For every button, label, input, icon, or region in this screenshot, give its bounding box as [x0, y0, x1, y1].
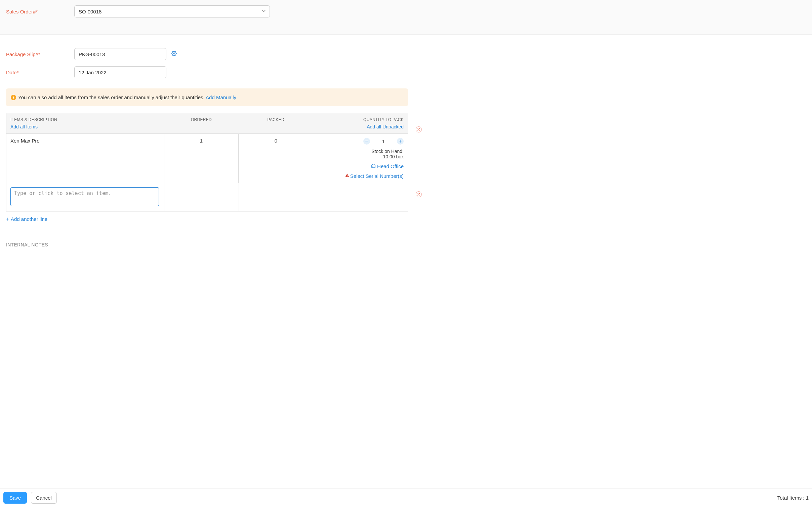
items-table-newrow — [6, 183, 408, 211]
svg-rect-2 — [347, 176, 347, 177]
qty-minus-button[interactable]: − — [363, 138, 370, 145]
item-packed: 0 — [275, 138, 277, 144]
warehouse-link[interactable]: Head Office — [371, 163, 404, 169]
items-table: Items & Description Add all Items Ordere… — [6, 113, 408, 183]
date-input[interactable] — [74, 66, 166, 78]
serial-text: Select Serial Number(s) — [350, 173, 404, 179]
col-header-ordered: Ordered — [191, 117, 212, 122]
add-all-unpacked-link[interactable]: Add all Unpacked — [317, 124, 404, 129]
stock-on-hand-label: Stock on Hand: — [371, 149, 404, 154]
stock-on-hand-value: 10.00 box — [383, 154, 404, 159]
qty-value: 1 — [380, 139, 387, 144]
sales-order-input[interactable] — [74, 5, 270, 17]
package-slip-label: Package Slip#* — [6, 51, 74, 57]
warehouse-name: Head Office — [377, 163, 404, 169]
package-slip-input[interactable] — [74, 48, 166, 60]
sales-order-select[interactable] — [74, 5, 270, 17]
remove-row-button[interactable] — [416, 126, 422, 132]
qty-plus-button[interactable]: + — [397, 138, 404, 145]
info-icon: i — [11, 95, 16, 100]
warning-icon — [345, 173, 350, 179]
gear-icon[interactable] — [171, 51, 177, 57]
add-all-items-link[interactable]: Add all Items — [10, 124, 160, 129]
svg-rect-1 — [347, 175, 347, 176]
sales-order-label: Sales Order#* — [6, 9, 74, 14]
table-row-new — [6, 183, 408, 211]
plus-icon: + — [6, 216, 9, 222]
col-header-packed: Packed — [268, 117, 284, 122]
table-row: Xen Max Pro 1 0 − 1 + — [6, 134, 408, 183]
remove-row-button[interactable] — [416, 191, 422, 197]
date-label: Date* — [6, 70, 74, 75]
item-ordered: 1 — [200, 138, 203, 144]
col-header-items: Items & Description — [10, 117, 57, 122]
item-name: Xen Max Pro — [10, 138, 40, 144]
add-line-text: Add another line — [11, 216, 47, 222]
svg-point-0 — [173, 53, 175, 54]
internal-notes-label: Internal Notes — [6, 242, 806, 247]
item-select-input[interactable] — [10, 187, 159, 206]
col-header-qty: Quantity To Pack — [363, 117, 404, 122]
info-banner: i You can also add all items from the sa… — [6, 88, 408, 106]
select-serial-link[interactable]: Select Serial Number(s) — [345, 173, 404, 179]
quantity-stepper: − 1 + — [363, 138, 404, 145]
add-another-line-link[interactable]: + Add another line — [6, 216, 47, 222]
add-manually-link[interactable]: Add Manually — [206, 94, 236, 100]
banner-text: You can also add all items from the sale… — [18, 94, 206, 100]
warehouse-icon — [371, 163, 376, 169]
